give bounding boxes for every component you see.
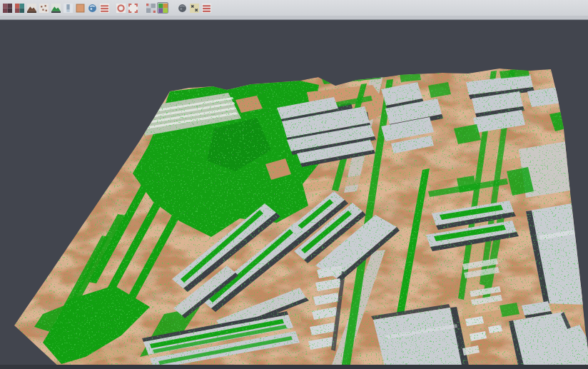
attribute-table-icon[interactable] xyxy=(98,2,110,14)
terrain-surface-icon[interactable] xyxy=(26,2,37,14)
toolbar xyxy=(0,0,588,16)
model-cube-icon[interactable] xyxy=(1,2,13,14)
profile-view-icon[interactable] xyxy=(62,2,74,14)
toolbar-divider xyxy=(0,16,588,20)
ground-points-icon[interactable] xyxy=(38,2,49,14)
scene-svg[interactable] xyxy=(0,19,588,369)
sphere-dark-icon[interactable] xyxy=(176,2,188,14)
export-tile-icon[interactable] xyxy=(188,2,200,14)
3d-viewport[interactable] xyxy=(0,19,588,369)
viewport-bottom-strip xyxy=(0,365,588,369)
circle-select-icon[interactable] xyxy=(115,2,126,14)
classification-colors-icon[interactable] xyxy=(157,2,168,14)
orthophoto-icon[interactable] xyxy=(74,2,86,14)
app-window xyxy=(0,0,588,369)
grid-tiles-icon[interactable] xyxy=(145,2,156,14)
classify-points-icon[interactable] xyxy=(14,2,25,14)
clip-box-icon[interactable] xyxy=(201,2,212,14)
rect-select-icon[interactable] xyxy=(127,2,138,14)
globe-view-icon[interactable] xyxy=(86,2,98,14)
vegetation-surface-icon[interactable] xyxy=(50,2,61,14)
